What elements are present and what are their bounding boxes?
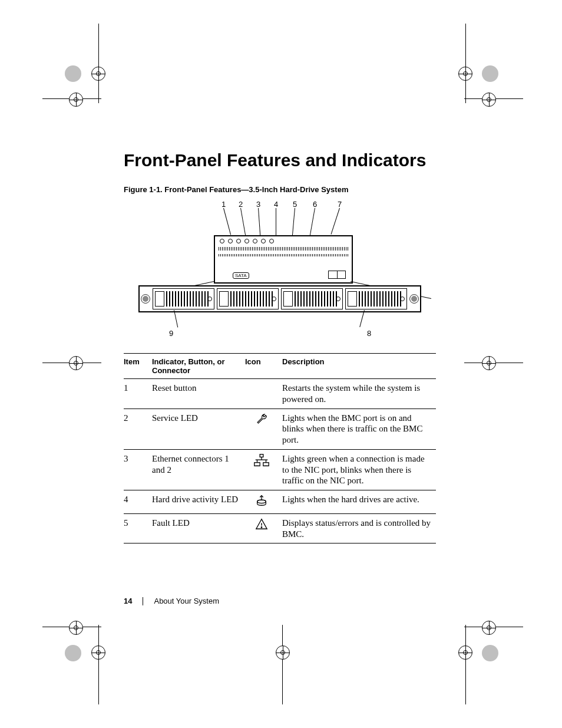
- callout-3: 3: [256, 200, 260, 209]
- figure-zoom-panel: SATA: [214, 235, 353, 284]
- cell-description: Restarts the system while the system is …: [282, 379, 436, 409]
- callout-9: 9: [169, 329, 173, 338]
- cell-indicator: Hard drive activity LED: [152, 490, 245, 514]
- th-item: Item: [124, 354, 152, 379]
- page-footer: 14 About Your System: [124, 597, 219, 605]
- callout-7: 7: [338, 200, 342, 209]
- sata-label: SATA: [233, 272, 249, 279]
- hdd-icon: [255, 494, 268, 507]
- th-icon: Icon: [245, 354, 282, 379]
- section-heading: Front-Panel Features and Indicators: [124, 150, 436, 170]
- figure-caption: Figure 1-1. Front-Panel Features—3.5-Inc…: [124, 185, 436, 194]
- wrench-icon: [255, 413, 268, 426]
- cell-item: 5: [124, 513, 152, 543]
- cell-description: Lights when the BMC port is on and blink…: [282, 409, 436, 449]
- table-row: 1Reset buttonRestarts the system while t…: [124, 379, 436, 409]
- cell-item: 2: [124, 409, 152, 449]
- usb-port-icon: [328, 271, 346, 279]
- table-row: 5Fault LEDDisplays status/errors and is …: [124, 513, 436, 543]
- table-row: 2Service LEDLights when the BMC port is …: [124, 409, 436, 449]
- callout-4: 4: [274, 200, 278, 209]
- callout-8: 8: [367, 329, 371, 338]
- page-number: 14: [124, 597, 132, 605]
- callout-6: 6: [313, 200, 317, 209]
- cell-icon: [245, 449, 282, 490]
- cell-icon: [245, 490, 282, 514]
- section-title: About Your System: [154, 597, 219, 605]
- cell-indicator: Ethernet connectors 1 and 2: [152, 449, 245, 490]
- cell-description: Lights when the hard drives are active.: [282, 490, 436, 514]
- th-indicator: Indicator, Button, or Connector: [152, 354, 245, 379]
- cell-description: Lights green when a connection is made t…: [282, 449, 436, 490]
- table-row: 3Ethernet connectors 1 and 2Lights green…: [124, 449, 436, 490]
- cell-icon: [245, 379, 282, 409]
- chassis-diagram: [138, 285, 421, 312]
- cell-item: 1: [124, 379, 152, 409]
- figure-diagram: 1 2 3 4 5 6 7: [138, 200, 421, 344]
- th-description: Description: [282, 354, 436, 379]
- cell-item: 4: [124, 490, 152, 514]
- ethernet-icon: [253, 453, 270, 467]
- cell-indicator: Service LED: [152, 409, 245, 449]
- table-row: 4Hard drive activity LEDLights when the …: [124, 490, 436, 514]
- cell-icon: [245, 409, 282, 449]
- warning-icon: [255, 518, 268, 531]
- cell-icon: [245, 513, 282, 543]
- feature-table: Item Indicator, Button, or Connector Ico…: [124, 353, 436, 543]
- cell-indicator: Fault LED: [152, 513, 245, 543]
- cell-item: 3: [124, 449, 152, 490]
- callout-2: 2: [239, 200, 243, 209]
- callout-5: 5: [293, 200, 297, 209]
- cell-indicator: Reset button: [152, 379, 245, 409]
- cell-description: Displays status/errors and is controlled…: [282, 513, 436, 543]
